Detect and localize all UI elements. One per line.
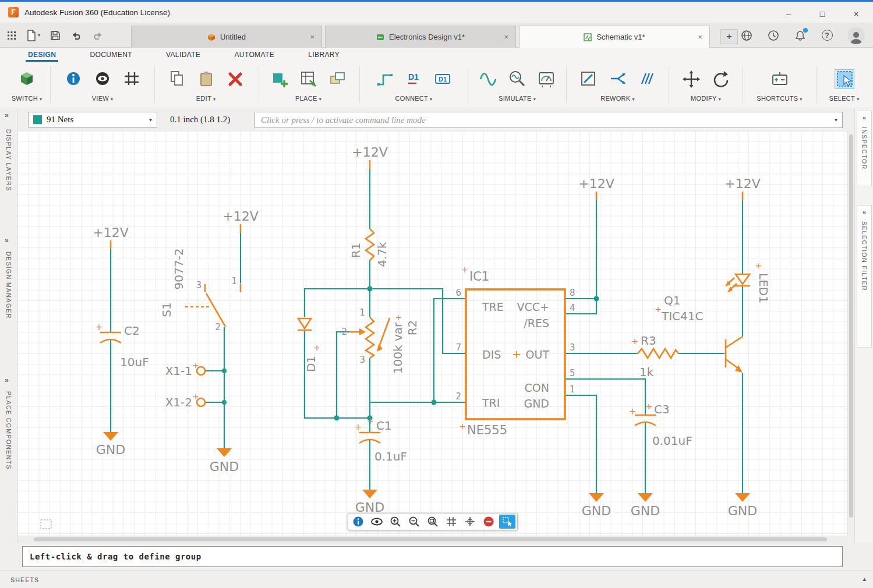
apps-grid-icon[interactable] <box>7 31 16 40</box>
power-symbols[interactable]: +12V +12V +12V +12V +12V <box>93 145 760 249</box>
group-select-icon[interactable] <box>835 69 854 89</box>
vertical-scrollbar[interactable] <box>847 131 854 536</box>
info-icon[interactable] <box>63 69 83 89</box>
origin-icon[interactable] <box>462 515 478 529</box>
shortcuts-menu[interactable]: SHORTCUTS▾ <box>757 95 802 102</box>
net-wires[interactable] <box>111 169 743 493</box>
potentiometer-r2[interactable]: 1 2 3 R2 100k var + <box>341 307 419 374</box>
switch-menu[interactable]: SWITCH▾ <box>12 95 43 102</box>
switch-s1[interactable]: 9077-2 S1 3 1 2 <box>160 249 241 332</box>
tab-automate[interactable]: AUTOMATE <box>234 48 274 62</box>
diode-d1[interactable]: D1 + <box>298 318 320 372</box>
info-icon[interactable] <box>350 515 366 529</box>
globe-icon[interactable] <box>740 29 753 42</box>
tab-design[interactable]: DESIGN <box>28 48 56 62</box>
horizontal-scrollbar[interactable] <box>17 536 847 543</box>
grid-icon[interactable] <box>122 69 142 89</box>
tab-close-icon[interactable]: × <box>310 33 314 41</box>
panel-display-layers[interactable]: DISPLAY LAYERS <box>5 129 12 192</box>
modify-menu[interactable]: MODIFY▾ <box>691 95 721 102</box>
zoom-out-icon[interactable] <box>406 515 422 529</box>
resistor-r3[interactable]: + R3 1k <box>631 334 678 379</box>
place-array-icon[interactable] <box>299 69 319 89</box>
move-icon[interactable] <box>681 69 701 89</box>
rework-menu[interactable]: REWORK▾ <box>600 95 635 102</box>
capacitor-c1[interactable]: + + C1 0.1uF <box>355 416 407 463</box>
panel-selection-filter[interactable]: « SELECTION FILTER <box>857 205 872 348</box>
tab-library[interactable]: LIBRARY <box>308 48 340 62</box>
place-menu[interactable]: PLACE▾ <box>295 95 321 102</box>
tab-electronics-design[interactable]: Electronics Design v1* × <box>325 26 516 48</box>
clock-icon[interactable] <box>767 29 780 42</box>
tab-close-icon[interactable]: × <box>698 33 702 41</box>
delete-icon[interactable] <box>225 69 245 89</box>
net-icon[interactable] <box>375 69 395 89</box>
tab-validate[interactable]: VALIDATE <box>166 48 200 62</box>
save-icon[interactable] <box>50 30 61 41</box>
panel-design-manager[interactable]: DESIGN MANAGER <box>5 252 12 319</box>
visibility-icon[interactable] <box>93 69 112 89</box>
shortcuts-icon[interactable] <box>770 69 790 89</box>
command-line-input[interactable] <box>255 112 843 128</box>
help-icon[interactable]: ? <box>821 29 833 42</box>
ic1-ne555[interactable]: IC1 + NE555 + TRE DIS TRI VCC+ /RES OUT … <box>455 265 575 437</box>
capacitor-c2[interactable]: + C2 10uF <box>96 322 149 369</box>
horizontal-scrollbar-thumb[interactable] <box>34 537 827 541</box>
place-part-icon[interactable] <box>270 69 289 89</box>
name-tag-icon[interactable]: D1 <box>433 69 453 89</box>
copy-icon[interactable] <box>167 69 187 89</box>
expand-place-components-icon[interactable]: » <box>5 376 9 384</box>
file-menu-icon[interactable]: ▾ <box>26 30 40 41</box>
minimize-button[interactable]: – <box>772 3 805 25</box>
schematic-canvas[interactable]: +12V +12V +12V +12V +12V GND GND GND GND… <box>17 131 847 536</box>
nets-selector[interactable]: 91 Nets ▾ <box>28 112 157 127</box>
grid-icon[interactable] <box>443 515 460 529</box>
group-select-icon[interactable] <box>499 515 515 529</box>
connector-x1[interactable]: X1-1 + X1-2 + <box>165 360 205 409</box>
place-sheet-icon[interactable] <box>328 69 348 89</box>
select-menu[interactable]: SELECT▾ <box>829 95 860 102</box>
expand-design-manager-icon[interactable]: » <box>5 236 9 245</box>
remove-icon[interactable] <box>480 515 497 529</box>
new-tab-button[interactable]: + <box>720 29 738 44</box>
net-label-icon[interactable]: D1 <box>404 69 424 89</box>
sheets-label[interactable]: SHEETS <box>10 576 39 583</box>
command-line-caret-icon[interactable]: ▾ <box>835 116 837 123</box>
multimeter-icon[interactable] <box>536 69 556 89</box>
expand-sheets-icon[interactable]: ▴ <box>863 575 866 583</box>
panel-inspector[interactable]: « INSPECTOR <box>857 111 872 186</box>
view-menu[interactable]: VIEW▾ <box>92 95 114 102</box>
draw-line-icon[interactable] <box>579 69 599 89</box>
switch-library-icon[interactable] <box>17 69 37 89</box>
ripup-icon[interactable] <box>637 69 657 89</box>
tab-close-icon[interactable]: × <box>504 33 508 41</box>
simulate-menu[interactable]: SIMULATE▾ <box>499 95 536 102</box>
led1[interactable]: LED1 + <box>725 261 770 303</box>
transistor-q1[interactable]: Q1 TIC41C + <box>655 293 743 373</box>
vertical-scrollbar-thumb[interactable] <box>849 134 853 518</box>
paste-icon[interactable] <box>196 69 216 89</box>
notifications-bell-icon[interactable] <box>794 29 807 42</box>
close-button[interactable]: × <box>839 3 873 25</box>
edit-menu[interactable]: EDIT▾ <box>196 95 216 102</box>
probe-icon[interactable] <box>507 69 527 89</box>
visibility-icon[interactable] <box>369 515 385 529</box>
expand-display-layers-icon[interactable]: » <box>5 111 9 119</box>
maximize-button[interactable]: □ <box>805 3 839 25</box>
sine-wave-icon[interactable] <box>478 69 498 89</box>
nets-caret-icon[interactable]: ▾ <box>149 116 152 123</box>
tab-schematic[interactable]: Schematic v1* × <box>519 26 710 48</box>
tab-untitled[interactable]: Untitled × <box>131 26 322 48</box>
fanout-icon[interactable] <box>608 69 628 89</box>
undo-icon[interactable] <box>70 30 82 41</box>
tab-document[interactable]: DOCUMENT <box>90 48 132 62</box>
connect-menu[interactable]: CONNECT▾ <box>395 95 433 102</box>
panel-place-components[interactable]: PLACE COMPONENTS <box>5 391 12 470</box>
redo-icon[interactable] <box>92 30 104 41</box>
resistor-r1[interactable]: R1 4.7k <box>349 229 389 267</box>
collapse-inspector-icon[interactable]: « <box>863 114 866 121</box>
capacitor-c3[interactable]: + + C3 0.01uF <box>629 402 692 448</box>
zoom-window-icon[interactable] <box>425 515 441 529</box>
avatar[interactable] <box>847 27 865 44</box>
collapse-selection-filter-icon[interactable]: « <box>863 208 866 215</box>
